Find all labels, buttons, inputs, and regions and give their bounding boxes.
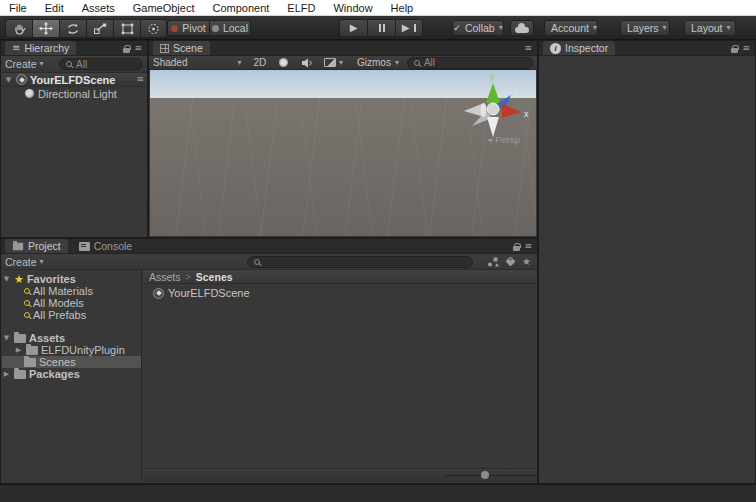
panel-menu-icon[interactable]: ≡ [134,44,142,53]
perspective-toggle[interactable]: ◄ Persp [487,134,520,145]
tree-item-packages[interactable]: ▶ Packages [2,368,141,380]
collab-button[interactable]: ✓ Collab ▾ [452,20,504,36]
hierarchy-tab[interactable]: ≡ Hierarchy [5,41,76,55]
transform-tool-button[interactable] [140,19,167,38]
tool-group [5,19,167,38]
draw-mode-dropdown[interactable]: Shaded ▾ [153,57,242,68]
search-icon [66,61,72,67]
rotate-icon [66,23,80,35]
project-create-button[interactable]: Create [5,256,37,268]
project-content-pane: Assets > Scenes YourELFDScene [143,270,536,468]
unity-editor-window: File Edit Assets GameObject Component EL… [0,0,756,502]
tree-item-scenes[interactable]: Scenes [2,356,141,368]
account-dropdown[interactable]: Account ▾ [544,20,598,36]
rect-tool-button[interactable] [113,19,140,38]
gizmos-dropdown[interactable]: Gizmos ▾ [357,57,399,68]
scene-tab[interactable]: Scene [153,41,210,55]
pause-button[interactable] [367,19,395,37]
rotate-tool-button[interactable] [59,19,86,38]
2d-toggle-button[interactable]: 2D [254,57,267,68]
menu-edit[interactable]: Edit [36,0,73,16]
search-by-label-icon[interactable] [506,257,516,267]
x-axis-label: x [524,109,529,119]
effects-toggle-icon[interactable] [324,58,336,67]
status-bar [0,484,756,502]
hierarchy-create-button[interactable]: Create [5,58,37,70]
search-icon [254,259,260,265]
step-button[interactable]: ▶ [395,19,423,37]
menu-file[interactable]: File [0,0,36,16]
scene-orientation-gizmo[interactable]: y z x [456,70,532,142]
cloud-icon [515,27,529,33]
scale-icon [93,23,107,35]
unity-scene-icon [153,288,164,299]
pivot-toggle-button[interactable]: Pivot [167,20,209,36]
cloud-button[interactable] [510,20,534,36]
tree-item-elfdunityplugin[interactable]: ▶ ELFDUnityPlugin [2,344,141,356]
menu-component[interactable]: Component [203,0,278,16]
panel-menu-icon[interactable]: ≡ [524,242,532,251]
tree-item-favorites[interactable]: ▼ ★ Favorites [2,273,141,285]
hierarchy-item-directional-light[interactable]: Directional Light [1,87,147,100]
breadcrumb-current[interactable]: Scenes [196,271,233,283]
search-by-type-icon[interactable] [487,257,499,267]
asset-item-yourelfdscene[interactable]: YourELFDScene [143,286,536,300]
layout-label: Layout [691,22,723,34]
lock-icon[interactable] [513,246,520,251]
layers-dropdown[interactable]: Layers ▾ [620,20,670,36]
lock-icon[interactable] [123,48,130,53]
pause-icon [379,24,385,32]
move-tool-button[interactable] [32,19,59,38]
project-search-input[interactable] [247,256,473,268]
folder-icon [26,346,38,355]
breadcrumb: Assets > Scenes [143,270,536,284]
local-icon [212,25,219,32]
layers-label: Layers [627,22,659,34]
menu-assets[interactable]: Assets [73,0,124,16]
console-tab[interactable]: Console [72,239,140,253]
y-axis-label: y [490,71,495,81]
hand-tool-button[interactable] [5,19,32,38]
expand-icon[interactable]: ▼ [4,76,13,84]
effects-dropdown-icon[interactable]: ▾ [339,59,343,67]
tree-item-all-models[interactable]: All Models [2,297,141,309]
inspector-tab[interactable]: i Inspector [543,41,615,55]
panel-menu-icon[interactable]: ≡ [742,44,750,53]
scene-name: YourELFDScene [30,74,133,86]
light-icon [25,89,34,98]
favorites-star-icon: ★ [14,274,24,285]
lock-icon[interactable] [731,48,738,53]
scene-row-menu-icon[interactable]: ≡ [136,75,144,84]
scene-panel: Scene ≡ Shaded ▾ 2D ▾ Gizmos ▾ All [148,40,538,238]
project-folder-tree: ▼ ★ Favorites All Materials All Models A… [2,270,142,482]
lighting-toggle-icon[interactable] [279,58,288,67]
local-toggle-button[interactable]: Local [209,20,251,36]
x-axis-cone [502,104,521,118]
collab-check-icon: ✓ [453,23,461,33]
favorite-search-icon [24,312,30,318]
scene-search-input[interactable]: All [407,57,533,69]
tree-item-assets[interactable]: ▼ Assets [2,332,141,344]
project-tab[interactable]: Project [5,239,68,253]
tree-item-all-prefabs[interactable]: All Prefabs [2,309,141,321]
y-axis-cone [486,83,500,103]
play-icon: ▶ [350,23,358,33]
layout-dropdown[interactable]: Layout ▾ [684,20,736,36]
hierarchy-scene-row[interactable]: ▼ YourELFDScene ≡ [1,73,147,87]
play-button[interactable]: ▶ [339,19,367,37]
menu-window[interactable]: Window [324,0,381,16]
menu-elfd[interactable]: ELFD [278,0,324,16]
scene-viewport[interactable]: y z x ◄ Persp [150,70,536,236]
menu-help[interactable]: Help [382,0,423,16]
menu-gameobject[interactable]: GameObject [124,0,204,16]
tree-item-all-materials[interactable]: All Materials [2,285,141,297]
hierarchy-search-input[interactable]: All [59,58,143,70]
scale-tool-button[interactable] [86,19,113,38]
thumbnail-zoom-slider-handle[interactable] [481,471,489,479]
pivot-group: Pivot Local [167,20,251,36]
saved-search-star-icon[interactable]: ★ [522,257,531,267]
panel-menu-icon[interactable]: ≡ [524,44,532,53]
hierarchy-list-icon: ≡ [12,43,20,53]
breadcrumb-root[interactable]: Assets [149,271,181,283]
audio-toggle-icon[interactable] [301,58,312,68]
